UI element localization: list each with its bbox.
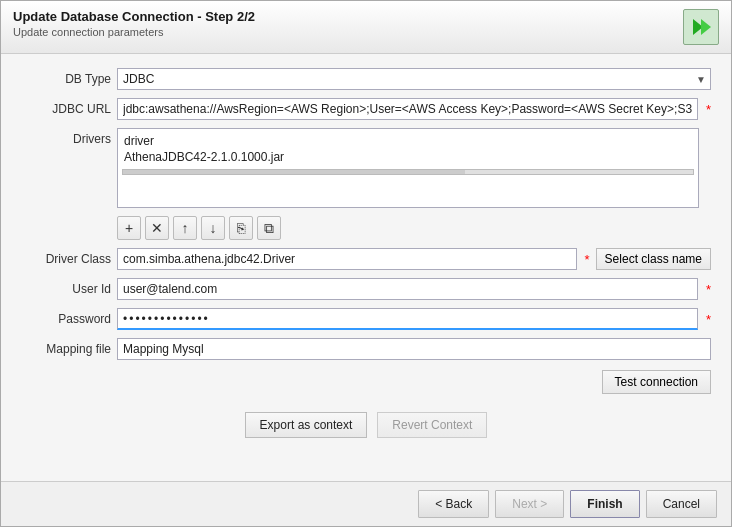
- paste-button[interactable]: ⧉: [257, 216, 281, 240]
- jdbc-url-input[interactable]: [117, 98, 698, 120]
- dbtype-select-wrapper: JDBC ▼: [117, 68, 711, 90]
- back-button[interactable]: < Back: [418, 490, 489, 518]
- next-button[interactable]: Next >: [495, 490, 564, 518]
- dialog-footer: < Back Next > Finish Cancel: [1, 481, 731, 526]
- driver-class-required: *: [585, 252, 590, 267]
- drivers-label: Drivers: [21, 128, 111, 146]
- user-id-label: User Id: [21, 282, 111, 296]
- main-dialog: Update Database Connection - Step 2/2 Up…: [0, 0, 732, 527]
- move-up-button[interactable]: ↑: [173, 216, 197, 240]
- header-icon: [683, 9, 719, 45]
- dialog-body: DB Type JDBC ▼ JDBC URL * Drivers driver…: [1, 54, 731, 481]
- password-required: *: [706, 312, 711, 327]
- user-id-row: User Id *: [21, 278, 711, 300]
- test-connection-button[interactable]: Test connection: [602, 370, 711, 394]
- dbtype-select[interactable]: JDBC: [117, 68, 711, 90]
- test-connection-row: Test connection: [21, 370, 711, 394]
- list-item: driver: [122, 133, 694, 149]
- scrollbar: [122, 169, 694, 175]
- password-input[interactable]: [117, 308, 698, 330]
- password-label: Password: [21, 312, 111, 326]
- drivers-list[interactable]: driver AthenaJDBC42-2.1.0.1000.jar: [117, 128, 699, 208]
- dialog-title: Update Database Connection - Step 2/2: [13, 9, 255, 24]
- dialog-subtitle: Update connection parameters: [13, 26, 255, 38]
- dbtype-row: DB Type JDBC ▼: [21, 68, 711, 90]
- copy-button[interactable]: ⎘: [229, 216, 253, 240]
- user-id-required: *: [706, 282, 711, 297]
- mapping-file-input[interactable]: [117, 338, 711, 360]
- password-row: Password *: [21, 308, 711, 330]
- cancel-button[interactable]: Cancel: [646, 490, 717, 518]
- drivers-row: Drivers driver AthenaJDBC42-2.1.0.1000.j…: [21, 128, 711, 208]
- jdbc-url-row: JDBC URL *: [21, 98, 711, 120]
- driver-class-input[interactable]: [117, 248, 577, 270]
- jdbc-url-label: JDBC URL: [21, 102, 111, 116]
- mapping-file-row: Mapping file: [21, 338, 711, 360]
- driver-class-label: Driver Class: [21, 252, 111, 266]
- select-class-button[interactable]: Select class name: [596, 248, 711, 270]
- dbtype-label: DB Type: [21, 72, 111, 86]
- finish-button[interactable]: Finish: [570, 490, 639, 518]
- toolbar-row: + ✕ ↑ ↓ ⎘ ⧉: [117, 216, 711, 240]
- move-down-button[interactable]: ↓: [201, 216, 225, 240]
- mapping-file-label: Mapping file: [21, 342, 111, 356]
- user-id-input[interactable]: [117, 278, 698, 300]
- svg-marker-1: [701, 19, 711, 35]
- header-text: Update Database Connection - Step 2/2 Up…: [13, 9, 255, 38]
- revert-context-button[interactable]: Revert Context: [377, 412, 487, 438]
- list-item: AthenaJDBC42-2.1.0.1000.jar: [122, 149, 694, 165]
- add-driver-button[interactable]: +: [117, 216, 141, 240]
- context-row: Export as context Revert Context: [21, 412, 711, 438]
- jdbc-url-required: *: [706, 102, 711, 117]
- export-context-button[interactable]: Export as context: [245, 412, 368, 438]
- remove-driver-button[interactable]: ✕: [145, 216, 169, 240]
- driver-class-row: Driver Class * Select class name: [21, 248, 711, 270]
- dialog-header: Update Database Connection - Step 2/2 Up…: [1, 1, 731, 54]
